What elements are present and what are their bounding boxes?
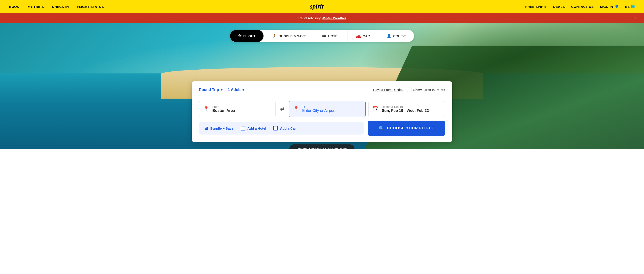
to-field[interactable]: 📍 To Enter City or Airport xyxy=(289,101,366,117)
date-value: Sun, Feb 19 - Wed, Feb 22 xyxy=(382,108,429,113)
svg-text:spirit: spirit xyxy=(310,3,324,10)
nav-free-spirit[interactable]: FREE SPIRIT xyxy=(525,5,547,8)
tab-car-label: CAR xyxy=(363,34,370,38)
chevron-down-icon: ▾ xyxy=(221,88,222,92)
location-pin-icon: 📍 xyxy=(203,106,209,112)
globe-icon: 🌐 xyxy=(631,4,635,8)
options-row: Round Trip ▾ 1 Adult ▾ Have a Promo Code… xyxy=(199,88,445,96)
tab-bundle-label: BUNDLE & SAVE xyxy=(279,34,306,38)
add-car-option[interactable]: Add a Car xyxy=(273,126,296,130)
from-label: From xyxy=(212,105,235,108)
bundle-icon: 🏃 xyxy=(272,33,277,38)
logo: spirit xyxy=(310,2,334,10)
search-button[interactable]: 🔍 CHOOSE YOUR FLIGHT xyxy=(368,121,445,136)
to-placeholder: Enter City or Airport xyxy=(302,108,336,113)
close-icon[interactable]: × xyxy=(633,15,636,21)
tab-cruise[interactable]: 👤 CRUISE xyxy=(378,30,414,42)
addons-section: ⊞ Bundle + Save Add a Hotel Add a Car xyxy=(199,122,364,135)
fields-row: 📍 From Boston Area ⇄ 📍 To Enter City or … xyxy=(199,101,445,117)
search-icon: 🔍 xyxy=(378,126,384,131)
from-content: From Boston Area xyxy=(212,105,235,113)
tab-flight-label: FLIGHT xyxy=(243,34,256,38)
nav-sign-in[interactable]: SIGN-IN 👤 xyxy=(600,4,619,8)
banner-link[interactable]: Winter Weather xyxy=(322,16,346,20)
bundle-save-option[interactable]: ⊞ Bundle + Save xyxy=(204,126,234,131)
bundle-save-label: Bundle + Save xyxy=(210,126,234,130)
promo-code-button[interactable]: Have a Promo Code? xyxy=(373,88,404,92)
flight-icon: ✈ xyxy=(238,33,242,38)
passengers-label: 1 Adult xyxy=(228,88,241,92)
points-label: Show Fares In Points xyxy=(413,88,445,92)
user-icon: 👤 xyxy=(614,4,619,8)
cruise-icon: 👤 xyxy=(386,33,392,38)
trip-type-label: Round Trip xyxy=(199,88,219,92)
add-car-label: Add a Car xyxy=(280,126,296,130)
tab-flight[interactable]: ✈ FLIGHT xyxy=(230,30,264,42)
from-value: Boston Area xyxy=(212,108,235,113)
bundle-layers-icon: ⊞ xyxy=(204,126,208,131)
booking-tabs: ✈ FLIGHT 🏃 BUNDLE & SAVE 🛏 HOTEL 🚗 CAR 👤… xyxy=(230,30,414,42)
swap-icon: ⇄ xyxy=(280,106,284,112)
date-label: Depart & Return xyxy=(382,105,429,108)
tab-cruise-label: CRUISE xyxy=(393,34,406,38)
car-icon: 🚗 xyxy=(356,33,361,38)
hotel-icon: 🛏 xyxy=(322,34,326,38)
hero-section: ✈ FLIGHT 🏃 BUNDLE & SAVE 🛏 HOTEL 🚗 CAR 👤… xyxy=(0,23,644,149)
add-hotel-label: Add a Hotel xyxy=(248,126,266,130)
from-field[interactable]: 📍 From Boston Area xyxy=(199,101,276,117)
nav-contact-us[interactable]: CONTACT US xyxy=(571,5,594,8)
nav-left: BOOK MY TRIPS CHECK IN FLIGHT STATUS xyxy=(9,5,104,8)
bottom-row: ⊞ Bundle + Save Add a Hotel Add a Car 🔍 … xyxy=(199,121,445,136)
location-pin-blue-icon: 📍 xyxy=(293,106,299,112)
tab-car[interactable]: 🚗 CAR xyxy=(348,30,378,42)
nav-book[interactable]: BOOK xyxy=(9,5,19,8)
trip-options: Round Trip ▾ 1 Adult ▾ xyxy=(199,88,244,92)
nav-my-trips[interactable]: MY TRIPS xyxy=(28,5,44,8)
nav-flight-status[interactable]: FLIGHT STATUS xyxy=(77,5,104,8)
footer-pill[interactable]: Optional Services & New Bag Prices xyxy=(290,144,354,149)
nav-right: FREE SPIRIT DEALS CONTACT US SIGN-IN 👤 E… xyxy=(525,4,635,8)
search-box: Round Trip ▾ 1 Adult ▾ Have a Promo Code… xyxy=(192,81,452,142)
date-field[interactable]: 📅 Depart & Return Sun, Feb 19 - Wed, Feb… xyxy=(368,101,445,117)
to-label: To xyxy=(302,105,336,108)
show-fares-points[interactable]: Show Fares In Points xyxy=(407,88,445,92)
banner-text: Travel Advisory: xyxy=(298,16,322,20)
to-content: To Enter City or Airport xyxy=(302,105,336,113)
promo-points-row: Have a Promo Code? Show Fares In Points xyxy=(373,88,445,92)
tab-hotel[interactable]: 🛏 HOTEL xyxy=(314,30,348,42)
calendar-icon: 📅 xyxy=(372,106,379,112)
navbar: BOOK MY TRIPS CHECK IN FLIGHT STATUS spi… xyxy=(0,0,644,13)
travel-banner: Travel Advisory: Winter Weather × xyxy=(0,13,644,23)
car-checkbox[interactable] xyxy=(273,126,278,130)
nav-language[interactable]: ES 🌐 xyxy=(625,4,635,8)
chevron-down-icon-2: ▾ xyxy=(242,88,244,92)
hotel-checkbox[interactable] xyxy=(241,126,245,130)
nav-deals[interactable]: DEALS xyxy=(553,5,565,8)
points-checkbox-box[interactable] xyxy=(407,88,412,92)
add-hotel-option[interactable]: Add a Hotel xyxy=(241,126,266,130)
tab-hotel-label: HOTEL xyxy=(328,34,340,38)
passengers-dropdown[interactable]: 1 Adult ▾ xyxy=(228,88,244,92)
footer-pill-label: Optional Services & New Bag Prices xyxy=(296,147,348,149)
nav-check-in[interactable]: CHECK IN xyxy=(52,5,69,8)
date-content: Depart & Return Sun, Feb 19 - Wed, Feb 2… xyxy=(382,105,429,113)
search-button-label: CHOOSE YOUR FLIGHT xyxy=(387,126,434,130)
trip-type-dropdown[interactable]: Round Trip ▾ xyxy=(199,88,222,92)
tab-bundle-save[interactable]: 🏃 BUNDLE & SAVE xyxy=(264,30,314,42)
swap-button[interactable]: ⇄ xyxy=(278,104,286,114)
